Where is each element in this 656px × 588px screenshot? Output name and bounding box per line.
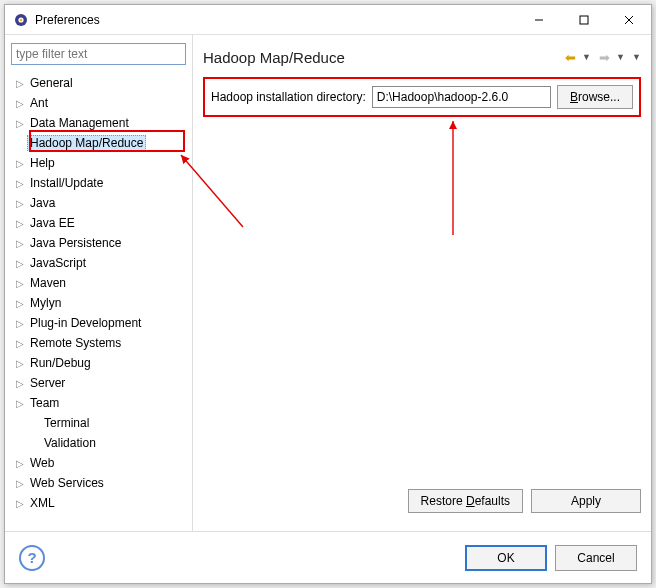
tree-item-install-update[interactable]: ▷Install/Update (9, 173, 188, 193)
tree-item-javascript[interactable]: ▷JavaScript (9, 253, 188, 273)
tree-item-label: Validation (41, 435, 99, 451)
expand-icon[interactable]: ▷ (13, 318, 27, 329)
tree-item-java-ee[interactable]: ▷Java EE (9, 213, 188, 233)
tree-item-help[interactable]: ▷Help (9, 153, 188, 173)
tree-item-team[interactable]: ▷Team (9, 393, 188, 413)
tree-item-server[interactable]: ▷Server (9, 373, 188, 393)
tree-item-label: Hadoop Map/Reduce (27, 135, 146, 151)
dialog-footer: ? OK Cancel (5, 531, 651, 583)
tree-item-label: Plug-in Development (27, 315, 144, 331)
filter-input[interactable] (11, 43, 186, 65)
browse-button[interactable]: Browse... (557, 85, 633, 109)
forward-icon[interactable]: ➡ (594, 47, 614, 67)
expand-icon[interactable]: ▷ (13, 458, 27, 469)
tree-item-run-debug[interactable]: ▷Run/Debug (9, 353, 188, 373)
tree-item-label: Remote Systems (27, 335, 124, 351)
hadoop-dir-input[interactable] (372, 86, 551, 108)
tree-item-label: Web Services (27, 475, 107, 491)
tree-item-label: Maven (27, 275, 69, 291)
expand-icon[interactable]: ▷ (13, 218, 27, 229)
expand-icon[interactable]: ▷ (13, 378, 27, 389)
back-menu-icon[interactable]: ▼ (582, 52, 592, 62)
expand-icon[interactable]: ▷ (13, 298, 27, 309)
svg-point-2 (20, 18, 23, 21)
tree-item-hadoop-map-reduce[interactable]: Hadoop Map/Reduce (9, 133, 188, 153)
expand-icon[interactable]: ▷ (13, 258, 27, 269)
forward-menu-icon[interactable]: ▼ (616, 52, 626, 62)
expand-icon[interactable]: ▷ (13, 398, 27, 409)
tree-item-xml[interactable]: ▷XML (9, 493, 188, 513)
tree-item-label: General (27, 75, 76, 91)
tree-item-label: Web (27, 455, 57, 471)
tree-item-validation[interactable]: Validation (9, 433, 188, 453)
tree-item-label: JavaScript (27, 255, 89, 271)
expand-icon[interactable]: ▷ (13, 478, 27, 489)
expand-icon[interactable]: ▷ (13, 278, 27, 289)
filter-box (11, 43, 186, 65)
annotation-arrow (433, 115, 473, 245)
category-tree: ▷General▷Ant▷Data ManagementHadoop Map/R… (5, 35, 193, 531)
tree-item-label: Run/Debug (27, 355, 94, 371)
minimize-button[interactable] (516, 5, 561, 34)
tree-item-plug-in-development[interactable]: ▷Plug-in Development (9, 313, 188, 333)
expand-icon[interactable]: ▷ (13, 498, 27, 509)
tree-item-label: Data Management (27, 115, 132, 131)
restore-defaults-button[interactable]: Restore Defaults (408, 489, 523, 513)
ok-button[interactable]: OK (465, 545, 547, 571)
tree-item-mylyn[interactable]: ▷Mylyn (9, 293, 188, 313)
tree-item-label: Server (27, 375, 68, 391)
back-icon[interactable]: ⬅ (560, 47, 580, 67)
expand-icon[interactable]: ▷ (13, 98, 27, 109)
expand-icon[interactable]: ▷ (13, 198, 27, 209)
tree-item-web-services[interactable]: ▷Web Services (9, 473, 188, 493)
expand-icon[interactable]: ▷ (13, 78, 27, 89)
main-panel: Hadoop Map/Reduce ⬅▼ ➡▼ ▼ Hadoop install… (193, 35, 651, 531)
app-icon (13, 12, 29, 28)
tree-item-label: XML (27, 495, 58, 511)
tree-item-label: Java EE (27, 215, 78, 231)
expand-icon[interactable]: ▷ (13, 158, 27, 169)
hadoop-dir-label: Hadoop installation directory: (211, 90, 366, 104)
tree-item-java-persistence[interactable]: ▷Java Persistence (9, 233, 188, 253)
tree-item-label: Java (27, 195, 58, 211)
expand-icon[interactable]: ▷ (13, 118, 27, 129)
preferences-dialog: Preferences ▷General▷Ant▷Data Management… (4, 4, 652, 584)
tree-item-java[interactable]: ▷Java (9, 193, 188, 213)
hadoop-dir-group: Hadoop installation directory: Browse... (203, 77, 641, 117)
svg-rect-4 (580, 16, 588, 24)
expand-icon[interactable]: ▷ (13, 238, 27, 249)
page-title: Hadoop Map/Reduce (203, 49, 560, 66)
tree-item-data-management[interactable]: ▷Data Management (9, 113, 188, 133)
tree-item-web[interactable]: ▷Web (9, 453, 188, 473)
page-button-row: Restore Defaults Apply (203, 483, 641, 521)
window-title: Preferences (35, 13, 516, 27)
expand-icon[interactable]: ▷ (13, 178, 27, 189)
titlebar: Preferences (5, 5, 651, 35)
tree-item-ant[interactable]: ▷Ant (9, 93, 188, 113)
expand-icon[interactable]: ▷ (13, 358, 27, 369)
tree-item-label: Mylyn (27, 295, 64, 311)
apply-button[interactable]: Apply (531, 489, 641, 513)
tree-item-label: Install/Update (27, 175, 106, 191)
close-button[interactable] (606, 5, 651, 34)
maximize-button[interactable] (561, 5, 606, 34)
tree-item-label: Terminal (41, 415, 92, 431)
help-icon[interactable]: ? (19, 545, 45, 571)
history-nav: ⬅▼ ➡▼ ▼ (560, 47, 641, 67)
tree-item-terminal[interactable]: Terminal (9, 413, 188, 433)
tree-item-remote-systems[interactable]: ▷Remote Systems (9, 333, 188, 353)
tree-item-label: Team (27, 395, 62, 411)
tree-item-label: Java Persistence (27, 235, 124, 251)
tree-item-label: Help (27, 155, 58, 171)
view-menu-icon[interactable]: ▼ (632, 52, 641, 62)
tree-item-maven[interactable]: ▷Maven (9, 273, 188, 293)
expand-icon[interactable]: ▷ (13, 338, 27, 349)
cancel-button[interactable]: Cancel (555, 545, 637, 571)
tree-item-general[interactable]: ▷General (9, 73, 188, 93)
tree-item-label: Ant (27, 95, 51, 111)
